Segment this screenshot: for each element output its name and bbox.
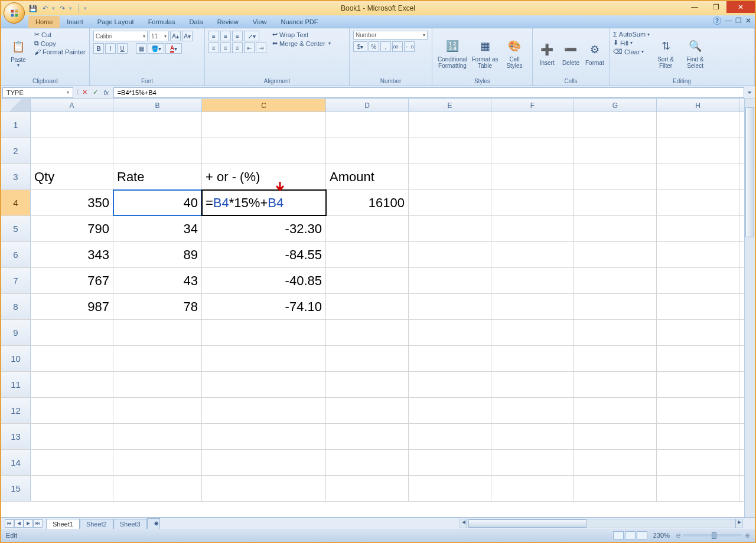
decrease-decimal-button[interactable]: ←.0: [404, 41, 415, 52]
sheet-tab-3[interactable]: Sheet3: [113, 519, 147, 529]
zoom-out-button[interactable]: ⊖: [676, 532, 681, 539]
col-header-g[interactable]: G: [574, 99, 657, 112]
undo-icon[interactable]: ↶: [40, 4, 50, 13]
cell-a1[interactable]: [31, 112, 113, 138]
align-bottom-button[interactable]: ≡: [232, 31, 243, 41]
vscroll-thumb[interactable]: [745, 107, 754, 237]
sheet-tab-2[interactable]: Sheet2: [80, 519, 113, 529]
cut-button[interactable]: ✂Cut: [34, 31, 86, 38]
tab-home[interactable]: Home: [28, 16, 60, 28]
tab-data[interactable]: Data: [182, 16, 210, 28]
cell-c6[interactable]: -84.55: [202, 242, 326, 267]
cell-c3[interactable]: + or - (%): [202, 164, 326, 189]
col-header-d[interactable]: D: [326, 99, 409, 112]
cell-h1[interactable]: [657, 112, 739, 138]
bold-button[interactable]: B: [93, 43, 104, 54]
cell-a4[interactable]: 350: [31, 190, 113, 215]
row-header[interactable]: 7: [1, 268, 31, 293]
row-header[interactable]: 10: [1, 346, 31, 371]
row-header[interactable]: 5: [1, 216, 31, 241]
tab-view[interactable]: View: [246, 16, 274, 28]
cell-c5[interactable]: -32.30: [202, 216, 326, 241]
cell-e1[interactable]: [409, 112, 491, 138]
cell-c1[interactable]: [202, 112, 326, 138]
row-header[interactable]: 4: [1, 190, 31, 215]
wrap-text-button[interactable]: ↩Wrap Text: [272, 31, 331, 38]
font-name-combo[interactable]: Calibri▾: [93, 31, 148, 41]
col-header-e[interactable]: E: [409, 99, 491, 112]
tab-page-layout[interactable]: Page Layout: [90, 16, 141, 28]
minimize-button[interactable]: —: [684, 1, 705, 13]
percent-format-button[interactable]: %: [369, 41, 379, 52]
shrink-font-button[interactable]: A▾: [182, 31, 193, 41]
cell-styles-button[interactable]: 🎨Cell Styles: [501, 31, 528, 77]
increase-indent-button[interactable]: ⇥: [256, 42, 266, 53]
align-right-button[interactable]: ≡: [232, 42, 243, 53]
office-button[interactable]: [4, 2, 25, 24]
cell-b4[interactable]: 40: [113, 190, 202, 215]
format-painter-button[interactable]: 🖌Format Painter: [34, 48, 86, 55]
grid-body[interactable]: 1 2 3 Qty Rate + or - (%) Amount: [1, 112, 755, 517]
help-icon[interactable]: ?: [713, 17, 721, 25]
merge-center-button[interactable]: ⬌Merge & Center▾: [272, 40, 331, 47]
name-box[interactable]: TYPE▾: [2, 87, 73, 98]
copy-button[interactable]: ⧉Copy: [34, 40, 86, 47]
grow-font-button[interactable]: A▴: [170, 31, 181, 41]
cell-c7[interactable]: -40.85: [202, 268, 326, 293]
sheet-tab-1[interactable]: Sheet1: [46, 519, 80, 529]
select-all-corner[interactable]: [1, 99, 31, 112]
sheet-nav-last[interactable]: ⏭: [33, 519, 43, 528]
cell-c4[interactable]: =B4*15%+B4: [202, 190, 326, 215]
page-layout-view-button[interactable]: [625, 531, 636, 539]
row-header[interactable]: 6: [1, 242, 31, 267]
align-top-button[interactable]: ≡: [208, 31, 219, 41]
find-select-button[interactable]: 🔍Find & Select: [682, 31, 709, 77]
italic-button[interactable]: I: [105, 43, 116, 54]
redo-dropdown-icon[interactable]: ▾: [69, 5, 72, 11]
row-header[interactable]: 2: [1, 138, 31, 163]
col-header-b[interactable]: B: [113, 99, 202, 112]
cell-b1[interactable]: [113, 112, 202, 138]
zoom-in-button[interactable]: ⊕: [745, 532, 750, 539]
conditional-formatting-button[interactable]: 🔢Conditional Formatting: [436, 31, 469, 77]
sheet-nav-prev[interactable]: ◀: [14, 519, 24, 528]
hscroll-thumb[interactable]: [468, 519, 586, 528]
row-header[interactable]: 12: [1, 398, 31, 423]
cancel-formula-button[interactable]: ✕: [80, 88, 90, 97]
fx-button[interactable]: fx: [102, 88, 111, 97]
vertical-scrollbar[interactable]: [744, 99, 755, 517]
col-header-f[interactable]: F: [491, 99, 574, 112]
accounting-format-button[interactable]: $▾: [353, 41, 367, 52]
sheet-nav-first[interactable]: ⏮: [5, 519, 14, 528]
page-break-view-button[interactable]: [637, 531, 647, 539]
save-icon[interactable]: 💾: [28, 4, 38, 13]
cell-b8[interactable]: 78: [113, 294, 202, 319]
row-header[interactable]: 13: [1, 424, 31, 449]
cell-g1[interactable]: [574, 112, 657, 138]
orientation-button[interactable]: ⤢▾: [244, 31, 259, 41]
undo-dropdown-icon[interactable]: ▾: [52, 5, 55, 11]
decrease-indent-button[interactable]: ⇤: [244, 42, 255, 53]
col-header-h[interactable]: H: [657, 99, 739, 112]
col-header-a[interactable]: A: [31, 99, 113, 112]
font-size-combo[interactable]: 11▾: [149, 31, 169, 41]
align-left-button[interactable]: ≡: [208, 42, 219, 53]
cell-d3[interactable]: Amount: [326, 164, 409, 189]
font-color-button[interactable]: A▾: [165, 43, 182, 54]
row-header[interactable]: 1: [1, 112, 31, 138]
redo-icon[interactable]: ↷: [57, 4, 67, 13]
zoom-slider[interactable]: [683, 534, 742, 537]
border-button[interactable]: ▦: [136, 43, 146, 54]
cell-b5[interactable]: 34: [113, 216, 202, 241]
insert-cells-button[interactable]: ➕Insert: [536, 31, 558, 77]
cell-b6[interactable]: 89: [113, 242, 202, 267]
tab-insert[interactable]: Insert: [60, 16, 90, 28]
enter-formula-button[interactable]: ✓: [91, 88, 100, 97]
cell-a3[interactable]: Qty: [31, 164, 113, 189]
delete-cells-button[interactable]: ➖Delete: [560, 31, 581, 77]
comma-format-button[interactable]: ,: [380, 41, 391, 52]
fill-button[interactable]: ⬇Fill▾: [613, 39, 650, 47]
normal-view-button[interactable]: [613, 531, 624, 539]
mdi-restore-icon[interactable]: ❐: [735, 17, 742, 25]
expand-formula-bar-button[interactable]: ⏷: [744, 90, 755, 96]
